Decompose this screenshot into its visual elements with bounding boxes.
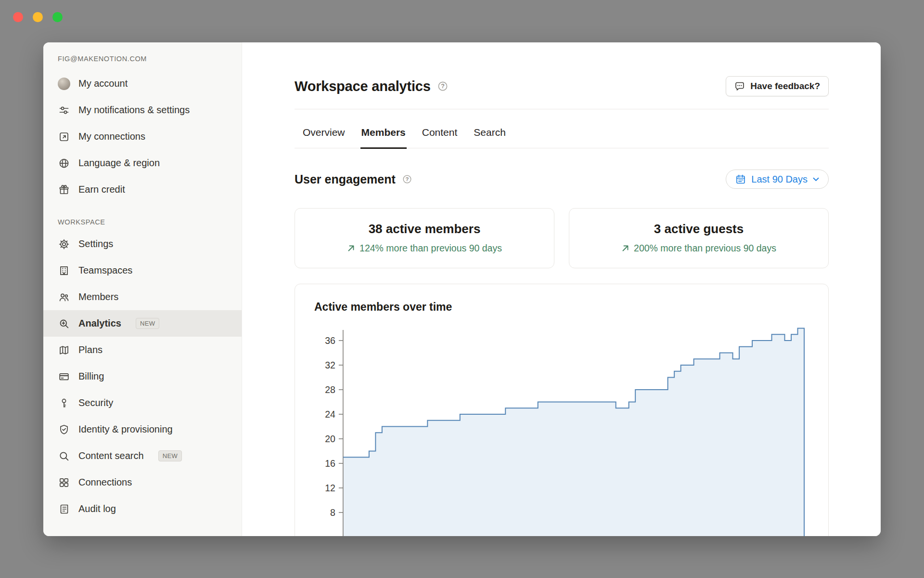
key-icon xyxy=(58,397,70,409)
sidebar-item-analytics[interactable]: Analytics NEW xyxy=(43,310,242,337)
svg-text:?: ? xyxy=(441,83,445,90)
arrow-out-box-icon xyxy=(58,131,70,143)
sidebar-item-settings[interactable]: Settings xyxy=(43,231,242,257)
workspace-section-heading: WORKSPACE xyxy=(58,218,227,226)
active-members-delta: 124% more than previous 90 days xyxy=(301,243,548,254)
chevron-down-icon xyxy=(813,177,819,182)
analytics-tabs: Overview Members Content Search xyxy=(295,109,829,148)
active-members-chart-card: Active members over time 363228242016128 xyxy=(295,284,829,536)
help-icon[interactable]: ? xyxy=(437,81,448,92)
svg-text:24: 24 xyxy=(325,409,335,420)
building-icon xyxy=(58,264,70,277)
active-guests-stat-card: 3 active guests 200% more than previous … xyxy=(569,208,829,268)
sidebar-item-members[interactable]: Members xyxy=(43,284,242,310)
zoom-window-button[interactable] xyxy=(52,12,63,22)
help-icon[interactable]: ? xyxy=(402,174,412,184)
have-feedback-button[interactable]: Have feedback? xyxy=(726,76,829,96)
svg-text:28: 28 xyxy=(325,384,335,395)
tab-content[interactable]: Content xyxy=(421,127,459,149)
sidebar-item-billing[interactable]: Billing xyxy=(43,363,242,390)
sidebar-item-teamspaces[interactable]: Teamspaces xyxy=(43,257,242,284)
people-icon xyxy=(58,291,70,303)
sidebar-item-audit-log[interactable]: Audit log xyxy=(43,496,242,522)
active-members-stat-card: 38 active members 124% more than previou… xyxy=(295,208,554,268)
trend-up-icon xyxy=(621,244,629,252)
svg-text:16: 16 xyxy=(325,458,335,469)
close-window-button[interactable] xyxy=(13,12,23,22)
date-range-selector[interactable]: Last 90 Days xyxy=(726,170,829,189)
svg-text:32: 32 xyxy=(325,360,335,370)
trend-up-icon xyxy=(347,244,355,252)
settings-sidebar: FIG@MAKENOTION.COM My account My notific… xyxy=(43,42,242,536)
sidebar-item-security[interactable]: Security xyxy=(43,390,242,416)
sliders-icon xyxy=(58,104,70,117)
map-icon xyxy=(58,344,70,356)
settings-window: FIG@MAKENOTION.COM My account My notific… xyxy=(43,42,881,536)
window-controls xyxy=(13,12,63,22)
svg-text:36: 36 xyxy=(325,335,335,346)
sidebar-item-content-search[interactable]: Content search NEW xyxy=(43,443,242,469)
chart-title: Active members over time xyxy=(314,301,809,314)
globe-icon xyxy=(58,157,70,170)
sidebar-item-connections[interactable]: Connections xyxy=(43,469,242,496)
tab-search[interactable]: Search xyxy=(473,127,507,149)
sidebar-item-earn-credit[interactable]: Earn credit xyxy=(43,176,242,203)
sidebar-item-my-connections[interactable]: My connections xyxy=(43,123,242,150)
shield-check-icon xyxy=(58,423,70,436)
new-badge: NEW xyxy=(158,450,182,462)
scroll-icon xyxy=(58,503,70,515)
gear-icon xyxy=(58,238,70,250)
magnifier-plus-icon xyxy=(58,317,70,330)
sidebar-item-my-account[interactable]: My account xyxy=(43,70,242,97)
members-chart: 363228242016128 xyxy=(314,326,809,536)
sidebar-item-language-region[interactable]: Language & region xyxy=(43,150,242,176)
account-email: FIG@MAKENOTION.COM xyxy=(58,55,227,63)
new-badge: NEW xyxy=(136,318,160,329)
account-avatar xyxy=(58,78,70,90)
sidebar-item-identity-provisioning[interactable]: Identity & provisioning xyxy=(43,416,242,443)
svg-text:?: ? xyxy=(405,176,409,182)
svg-text:12: 12 xyxy=(325,483,335,493)
active-members-value: 38 active members xyxy=(301,222,548,236)
active-guests-value: 3 active guests xyxy=(575,222,822,236)
tab-members[interactable]: Members xyxy=(360,127,407,149)
user-engagement-heading: User engagement xyxy=(295,172,396,186)
tab-overview[interactable]: Overview xyxy=(302,127,346,149)
chat-bubble-icon xyxy=(734,81,745,92)
svg-text:20: 20 xyxy=(325,434,335,444)
grid-icon xyxy=(58,476,70,489)
credit-card-icon xyxy=(58,370,70,383)
page-title: Workspace analytics xyxy=(295,79,431,94)
analytics-main-panel: Workspace analytics ? xyxy=(242,42,881,536)
sidebar-item-plans[interactable]: Plans xyxy=(43,337,242,363)
svg-text:8: 8 xyxy=(330,507,335,518)
minimize-window-button[interactable] xyxy=(33,12,43,22)
magnifier-icon xyxy=(58,450,70,462)
active-guests-delta: 200% more than previous 90 days xyxy=(575,243,822,254)
gift-icon xyxy=(58,184,70,196)
calendar-icon xyxy=(735,174,746,184)
sidebar-item-my-notifications-settings[interactable]: My notifications & settings xyxy=(43,97,242,123)
